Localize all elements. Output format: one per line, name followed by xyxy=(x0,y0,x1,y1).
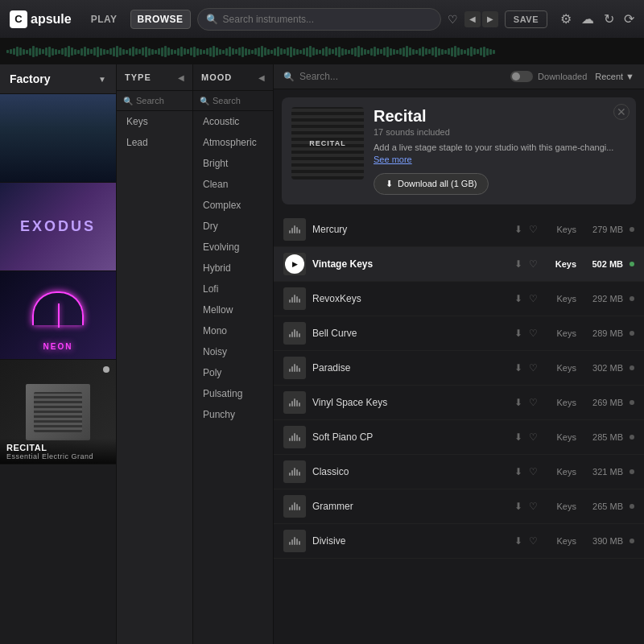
track-thumbnail xyxy=(283,357,306,379)
track-row[interactable]: Mercury ⬇ ♡ Keys 279 MB xyxy=(274,213,644,247)
waveform-bar-segment xyxy=(316,49,318,55)
favorite-icon[interactable]: ♡ xyxy=(529,466,538,477)
type-search[interactable]: 🔍 xyxy=(117,91,192,111)
waveform-bar-segment xyxy=(419,48,421,56)
favorite-icon[interactable]: ♡ xyxy=(529,535,538,547)
download-track-icon[interactable]: ⬇ xyxy=(514,466,522,477)
download-track-icon[interactable]: ⬇ xyxy=(514,397,522,408)
download-track-icon[interactable]: ⬇ xyxy=(514,501,522,512)
track-row[interactable]: Soft Piano CP ⬇ ♡ Keys 285 MB xyxy=(274,420,644,455)
downloaded-toggle[interactable] xyxy=(510,71,533,82)
mood-item-clean[interactable]: Clean xyxy=(193,174,273,195)
download-track-icon[interactable]: ⬇ xyxy=(514,535,522,547)
sort-button[interactable]: Recent ▼ xyxy=(595,72,634,81)
collapse-mood-button[interactable]: ◀ xyxy=(258,73,265,82)
mood-item-dry[interactable]: Dry xyxy=(193,216,273,237)
top-search-bar[interactable]: 🔍 xyxy=(197,8,441,31)
favorite-icon[interactable]: ♡ xyxy=(529,293,538,304)
see-more-link[interactable]: See more xyxy=(374,155,412,164)
settings-icon[interactable]: ⚙ xyxy=(560,11,572,27)
waveform-bar-segment xyxy=(425,48,427,55)
favorite-icon[interactable]: ♡ xyxy=(529,258,538,270)
wave-bar xyxy=(296,504,298,510)
factory-label: Factory xyxy=(10,72,51,85)
mood-item-evolving[interactable]: Evolving xyxy=(193,237,273,258)
preset-item-top[interactable] xyxy=(0,94,116,183)
track-row[interactable]: Bell Curve ⬇ ♡ Keys 289 MB xyxy=(274,316,644,351)
download-track-icon[interactable]: ⬇ xyxy=(514,293,522,304)
favorite-icon[interactable]: ♡ xyxy=(529,328,538,339)
mood-search-input[interactable] xyxy=(213,96,266,105)
sort-label: Recent xyxy=(595,72,623,81)
preset-item-neon[interactable] xyxy=(0,271,116,360)
waveform-bar-segment xyxy=(473,48,476,55)
mood-item-acoustic[interactable]: Acoustic xyxy=(193,111,273,132)
waveform-bar-segment xyxy=(209,47,212,56)
mood-item-mono[interactable]: Mono xyxy=(193,320,273,341)
favorite-icon[interactable]: ♡ xyxy=(529,431,538,443)
waveform-visual xyxy=(6,43,638,60)
download-track-icon[interactable]: ⬇ xyxy=(514,224,522,235)
save-button[interactable]: SAVE xyxy=(505,10,547,28)
download-track-icon[interactable]: ⬇ xyxy=(514,431,522,443)
mood-item-hybrid[interactable]: Hybrid xyxy=(193,258,273,279)
track-row[interactable]: Grammer ⬇ ♡ Keys 265 MB xyxy=(274,489,644,524)
play-button[interactable]: ▶ xyxy=(285,254,304,274)
type-item-keys[interactable]: Keys xyxy=(117,111,192,132)
mood-item-pulsating[interactable]: Pulsating xyxy=(193,383,273,404)
detail-search-input[interactable] xyxy=(299,71,502,82)
sync-icon[interactable]: ⟳ xyxy=(624,11,634,27)
detail-search[interactable]: 🔍 xyxy=(283,71,502,82)
play-button[interactable]: PLAY xyxy=(85,10,124,28)
top-search-input[interactable] xyxy=(223,14,432,25)
track-size: 302 MB xyxy=(583,363,623,373)
mood-search[interactable]: 🔍 xyxy=(193,91,273,111)
mood-item-noisy[interactable]: Noisy xyxy=(193,341,273,362)
favorite-icon[interactable]: ♡ xyxy=(529,362,538,374)
track-size: 502 MB xyxy=(583,259,623,269)
heart-icon[interactable]: ♡ xyxy=(448,13,458,26)
preset-item-recital[interactable]: RECITAL Essential Electric Grand xyxy=(0,360,116,464)
refresh-icon[interactable]: ↻ xyxy=(604,11,614,27)
mood-item-mellow[interactable]: Mellow xyxy=(193,299,273,320)
favorite-icon[interactable]: ♡ xyxy=(529,397,538,408)
waveform-bar-segment xyxy=(303,48,305,55)
favorite-icon[interactable]: ♡ xyxy=(529,501,538,512)
factory-dropdown[interactable]: Factory ▼ xyxy=(0,64,116,94)
logo-text: apsule xyxy=(31,12,72,27)
waveform-bar-segment xyxy=(361,47,363,56)
mood-item-poly[interactable]: Poly xyxy=(193,362,273,383)
waveform-bar-segment xyxy=(74,49,76,55)
track-row[interactable]: ▶ Vintage Keys ⬇ ♡ Keys 502 MB xyxy=(274,247,644,282)
cloud-icon[interactable]: ☁ xyxy=(581,11,594,27)
download-track-icon[interactable]: ⬇ xyxy=(514,362,522,374)
preset-item-exodus[interactable]: EXODUS xyxy=(0,183,116,271)
track-row[interactable]: Divisive ⬇ ♡ Keys 390 MB xyxy=(274,524,644,559)
mood-item-bright[interactable]: Bright xyxy=(193,153,273,174)
waveform-bar-segment xyxy=(470,47,473,56)
track-row[interactable]: RevoxKeys ⬇ ♡ Keys 292 MB xyxy=(274,282,644,316)
mood-item-punchy[interactable]: Punchy xyxy=(193,404,273,425)
right-main: 🔍 Downloaded Recent ▼ RECITAL xyxy=(274,64,644,644)
browse-button[interactable]: BROWSE xyxy=(130,10,191,29)
download-track-icon[interactable]: ⬇ xyxy=(514,258,522,270)
track-row[interactable]: Paradise ⬇ ♡ Keys 302 MB xyxy=(274,351,644,386)
mood-panel-title: MOOD xyxy=(201,72,232,82)
mood-item-complex[interactable]: Complex xyxy=(193,195,273,216)
close-card-button[interactable]: ✕ xyxy=(613,104,630,120)
collapse-type-button[interactable]: ◀ xyxy=(178,73,184,82)
mood-item-atmospheric[interactable]: Atmospheric xyxy=(193,132,273,153)
waveform-bar-segment xyxy=(390,48,392,56)
waveform-bar-segment xyxy=(213,46,215,57)
back-button[interactable]: ◀ xyxy=(464,11,481,27)
type-item-lead[interactable]: Lead xyxy=(117,132,192,153)
track-row[interactable]: Classico ⬇ ♡ Keys 321 MB xyxy=(274,455,644,489)
favorite-icon[interactable]: ♡ xyxy=(529,224,538,235)
type-search-input[interactable] xyxy=(136,96,186,105)
download-all-button[interactable]: ⬇ Download all (1 GB) xyxy=(374,173,489,195)
mood-item-lofi[interactable]: Lofi xyxy=(193,279,273,299)
track-row[interactable]: Vinyl Space Keys ⬇ ♡ Keys 269 MB xyxy=(274,386,644,420)
waveform-bar-segment xyxy=(486,48,489,56)
forward-button[interactable]: ▶ xyxy=(482,11,498,27)
download-track-icon[interactable]: ⬇ xyxy=(514,328,522,339)
